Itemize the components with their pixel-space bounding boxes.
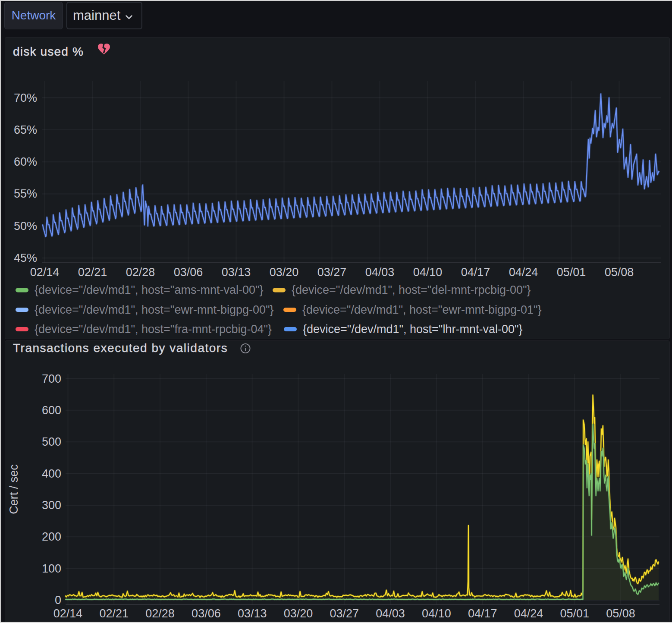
svg-text:04/03: 04/03 bbox=[376, 607, 405, 620]
svg-text:02/28: 02/28 bbox=[145, 607, 175, 620]
svg-text:0: 0 bbox=[55, 594, 61, 607]
svg-text:{device="/dev/md1", host="ewr-: {device="/dev/md1", host="ewr-mnt-bigpg-… bbox=[302, 303, 542, 316]
svg-text:{device="/dev/md1", host="fra-: {device="/dev/md1", host="fra-mnt-rpcbig… bbox=[35, 323, 272, 336]
svg-text:Transactions executed by valid: Transactions executed by validators bbox=[13, 341, 228, 355]
svg-text:400: 400 bbox=[42, 467, 61, 480]
svg-text:02/21: 02/21 bbox=[100, 607, 129, 620]
svg-text:02/21: 02/21 bbox=[78, 266, 107, 279]
svg-text:04/10: 04/10 bbox=[422, 607, 451, 620]
svg-text:{device="/dev/md1", host="ams-: {device="/dev/md1", host="ams-mnt-val-00… bbox=[35, 283, 264, 296]
svg-text:04/17: 04/17 bbox=[461, 266, 490, 279]
svg-text:03/20: 03/20 bbox=[284, 607, 313, 620]
svg-text:03/27: 03/27 bbox=[330, 607, 359, 620]
svg-text:300: 300 bbox=[42, 499, 61, 512]
svg-text:65%: 65% bbox=[14, 123, 37, 136]
svg-text:04/24: 04/24 bbox=[514, 607, 543, 620]
svg-text:04/10: 04/10 bbox=[413, 266, 443, 279]
svg-text:03/06: 03/06 bbox=[192, 607, 221, 620]
svg-text:disk used %: disk used % bbox=[13, 45, 84, 58]
svg-text:04/17: 04/17 bbox=[468, 607, 497, 620]
svg-text:05/08: 05/08 bbox=[606, 607, 635, 620]
svg-text:Cert / sec: Cert / sec bbox=[7, 464, 20, 514]
svg-text:55%: 55% bbox=[14, 187, 37, 200]
svg-text:02/14: 02/14 bbox=[53, 607, 83, 620]
svg-text:45%: 45% bbox=[14, 252, 37, 264]
svg-text:05/08: 05/08 bbox=[605, 266, 634, 279]
svg-text:70%: 70% bbox=[14, 91, 37, 104]
svg-text:04/03: 04/03 bbox=[365, 266, 395, 279]
svg-text:02/28: 02/28 bbox=[126, 266, 155, 279]
svg-text:03/20: 03/20 bbox=[270, 266, 299, 279]
svg-text:{device="/dev/md1", host="del-: {device="/dev/md1", host="del-mnt-rpcbig… bbox=[292, 283, 531, 296]
svg-text:05/01: 05/01 bbox=[557, 266, 586, 279]
svg-text:02/14: 02/14 bbox=[30, 266, 60, 279]
svg-text:05/01: 05/01 bbox=[560, 607, 590, 620]
svg-text:500: 500 bbox=[42, 435, 61, 448]
svg-text:03/06: 03/06 bbox=[174, 266, 203, 279]
svg-text:03/27: 03/27 bbox=[317, 266, 347, 279]
svg-text:03/13: 03/13 bbox=[222, 266, 251, 279]
svg-text:03/13: 03/13 bbox=[238, 607, 267, 620]
svg-text:700: 700 bbox=[42, 372, 61, 385]
svg-text:{device="/dev/md1", host="lhr-: {device="/dev/md1", host="lhr-mnt-val-00… bbox=[303, 323, 523, 336]
svg-text:200: 200 bbox=[42, 530, 61, 543]
svg-text:04/24: 04/24 bbox=[509, 266, 538, 279]
svg-text:{device="/dev/md1", host="ewr-: {device="/dev/md1", host="ewr-mnt-bigpg-… bbox=[35, 303, 274, 316]
svg-text:100: 100 bbox=[42, 562, 61, 575]
svg-text:600: 600 bbox=[42, 404, 61, 417]
svg-text:50%: 50% bbox=[14, 220, 37, 233]
svg-text:60%: 60% bbox=[14, 155, 37, 168]
